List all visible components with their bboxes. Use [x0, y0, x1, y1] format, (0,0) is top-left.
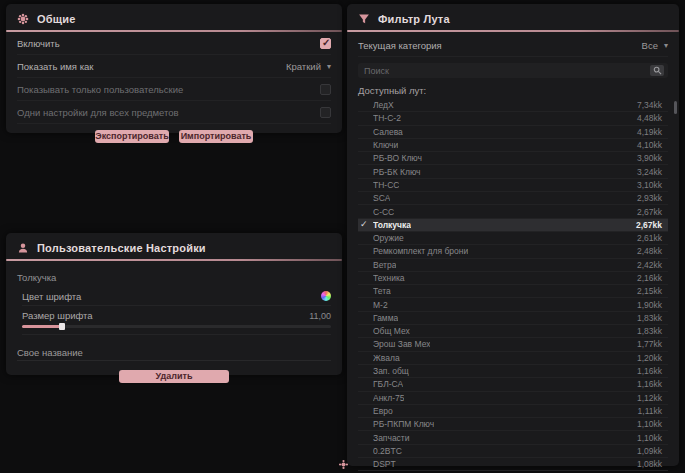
loot-row[interactable]: ✓ С-СС 2,67kk — [358, 205, 668, 218]
loot-name: Евро — [373, 406, 393, 416]
loot-value: 1,08kk — [637, 459, 662, 469]
loot-row[interactable]: ✓ Анкл-75 1,12kk — [358, 392, 668, 405]
user-settings-header: Пользовательские Настройки — [17, 233, 331, 255]
loot-name: SCA — [373, 193, 390, 203]
loot-name: 0.2BTC — [373, 446, 402, 456]
loot-value: 4,19kk — [637, 127, 662, 137]
search-input[interactable] — [364, 66, 650, 76]
font-size-label: Размер шрифта — [22, 310, 93, 321]
loot-name: Запчасти — [373, 433, 410, 443]
loot-name: Гамма — [373, 313, 398, 323]
loot-value: 1,11kk — [638, 406, 662, 416]
loot-row[interactable]: ✓ 0.2BTC 1,09kk — [358, 445, 668, 458]
header-accent-line — [347, 30, 679, 32]
loot-row[interactable]: ✓ Зап. общ 1,16kk — [358, 365, 668, 378]
overlay-toggle-icon[interactable] — [338, 459, 349, 470]
loot-value: 2,42kk — [637, 260, 662, 270]
font-size-value: 11,00 — [309, 311, 331, 321]
loot-row[interactable]: ✓ РБ-БК Ключ 3,24kk — [358, 165, 668, 178]
loot-value: 2,93kk — [637, 193, 662, 203]
loot-value: 4,10kk — [637, 140, 662, 150]
name-mode-value: Краткий — [286, 61, 321, 72]
category-select[interactable]: Все ▾ — [642, 40, 668, 51]
general-panel-title: Общие — [37, 13, 76, 25]
import-button[interactable]: Импортировать — [179, 130, 253, 143]
loot-name: Ремкомплект для брони — [373, 246, 468, 256]
loot-row[interactable]: ✓ Жвала 1,20kk — [358, 352, 668, 365]
custom-name-input[interactable] — [17, 344, 331, 361]
loot-value: 3,24kk — [637, 167, 662, 177]
general-panel-header: Общие — [17, 4, 331, 26]
chevron-down-icon: ▾ — [664, 41, 668, 50]
loot-row[interactable]: ✓ ТН-С-2 4,48kk — [358, 112, 668, 125]
loot-row[interactable]: ✓ Эрош Зав Мех 1,77kk — [358, 338, 668, 351]
loot-row[interactable]: ✓ Ремкомплект для брони 2,48kk — [358, 245, 668, 258]
loot-row[interactable]: ✓ Ветра 2,42kk — [358, 259, 668, 272]
header-accent-line — [6, 259, 342, 261]
loot-name: Жвала — [373, 353, 400, 363]
loot-row[interactable]: ✓ Общ Мех 1,83kk — [358, 325, 668, 338]
slider-fill — [22, 325, 62, 328]
loot-name: РБ-ПКПМ Ключ — [373, 419, 434, 429]
user-settings-title: Пользовательские Настройки — [37, 242, 206, 254]
delete-button[interactable]: Удалить — [119, 370, 229, 383]
loot-row[interactable]: ✓ Гамма 1,83kk — [358, 312, 668, 325]
font-color-label: Цвет шрифта — [22, 291, 81, 302]
loot-row[interactable]: ✓ ГБЛ-СА 1,16kk — [358, 378, 668, 391]
loot-row[interactable]: ✓ Техника 2,16kk — [358, 272, 668, 285]
scrollbar-thumb[interactable] — [674, 101, 677, 114]
loot-row[interactable]: ✓ SCA 2,93kk — [358, 192, 668, 205]
loot-name: Салева — [373, 127, 403, 137]
loot-row[interactable]: ✓ Толкучка 2,67kk — [358, 219, 668, 232]
loot-value: 1,10kk — [637, 433, 662, 443]
loot-filter-header: Фильтр Лута — [358, 4, 668, 26]
loot-value: 7,34kk — [637, 100, 662, 110]
filter-funnel-icon — [358, 13, 370, 25]
name-mode-select[interactable]: Краткий ▾ — [286, 61, 331, 72]
check-icon: ✓ — [360, 219, 368, 229]
loot-value: 1,10kk — [637, 419, 662, 429]
setting-row-only-custom: Показывать только пользовательские — [17, 78, 331, 101]
user-icon — [17, 242, 29, 254]
loot-name: Анкл-75 — [373, 393, 404, 403]
loot-row[interactable]: ✓ РБ-ПКПМ Ключ 1,10kk — [358, 418, 668, 431]
export-import-row: Экспортировать Импортировать — [17, 130, 331, 143]
available-loot-heading: Доступный лут: — [358, 85, 668, 96]
loot-row[interactable]: ✓ Запчасти 1,10kk — [358, 431, 668, 444]
only-custom-checkbox[interactable] — [320, 84, 331, 95]
same-settings-checkbox[interactable] — [320, 107, 331, 118]
general-panel: Общие Включить Показать имя как Краткий … — [6, 4, 342, 133]
loot-value: 1,83kk — [637, 326, 662, 336]
font-settings-block: Цвет шрифта Размер шрифта 11,00 — [22, 287, 331, 335]
font-size-slider[interactable] — [22, 325, 331, 328]
loot-name: ТН-С-2 — [373, 113, 401, 123]
loot-name: Толкучка — [373, 220, 411, 230]
loot-row[interactable]: ✓ РБ-ВО Ключ 3,90kk — [358, 152, 668, 165]
gear-icon — [17, 13, 29, 25]
loot-row[interactable]: ✓ ЛедХ 7,34kk — [358, 99, 668, 112]
loot-row[interactable]: ✓ М-2 1,90kk — [358, 298, 668, 311]
loot-row[interactable]: ✓ Евро 1,11kk — [358, 405, 668, 418]
loot-name: Ветра — [373, 260, 396, 270]
enable-checkbox[interactable] — [320, 38, 331, 49]
loot-name: ГБЛ-СА — [373, 379, 403, 389]
loot-value: 1,16kk — [637, 366, 662, 376]
loot-row[interactable]: ✓ Тета 2,15kk — [358, 285, 668, 298]
loot-row[interactable]: ✓ Салева 4,19kk — [358, 126, 668, 139]
loot-row[interactable]: ✓ ТН-СС 3,10kk — [358, 179, 668, 192]
loot-row[interactable]: ✓ Оружие 2,61kk — [358, 232, 668, 245]
loot-value: 2,61kk — [637, 233, 662, 243]
loot-value: 3,10kk — [637, 180, 662, 190]
category-value: Все — [642, 40, 658, 51]
search-button[interactable] — [650, 65, 664, 76]
category-row: Текущая категория Все ▾ — [358, 35, 668, 57]
loot-row[interactable]: ✓ Ключи 4,10kk — [358, 139, 668, 152]
loot-row[interactable]: ✓ DSPT 1,08kk — [358, 458, 668, 471]
selected-item-label: Толкучка — [17, 272, 331, 283]
color-picker-icon[interactable] — [321, 291, 331, 301]
export-button[interactable]: Экспортировать — [95, 130, 169, 143]
font-size-row: Размер шрифта 11,00 — [22, 306, 331, 335]
same-settings-label: Одни настройки для всех предметов — [17, 107, 179, 118]
loot-value: 1,83kk — [637, 313, 662, 323]
slider-handle[interactable] — [59, 323, 65, 330]
